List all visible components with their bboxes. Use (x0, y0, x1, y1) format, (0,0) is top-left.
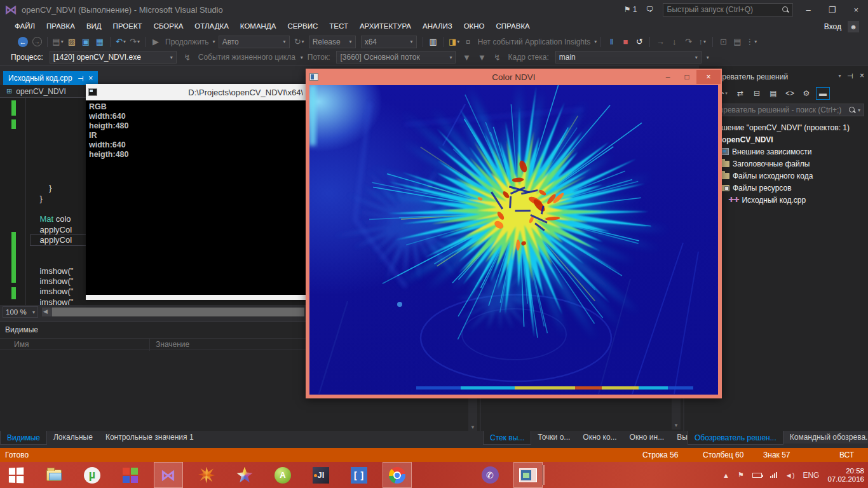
language-indicator[interactable]: ENG (803, 471, 819, 480)
console-bottom-scrollbar[interactable] (86, 295, 306, 300)
show-next-statement-icon[interactable]: → (654, 35, 667, 49)
thread-combo[interactable]: [3660] Основной поток▾ (336, 51, 456, 64)
new-file-icon[interactable]: ▤▾ (51, 35, 64, 49)
console-titlebar[interactable]: D:\Projects\openCV_NDVI\x64\ (86, 84, 306, 100)
taskbar-viber[interactable]: ✆ (475, 462, 505, 488)
scrollbar-thumb[interactable] (52, 308, 304, 316)
tab-source-file[interactable]: Исходный код.cpp ⊤ × (3, 71, 98, 85)
lifecycle-events-icon[interactable]: ↯ (181, 50, 194, 64)
taskbar-console-app[interactable] (513, 462, 543, 488)
taskbar-start-button[interactable] (1, 462, 31, 488)
menu-item-правка[interactable]: ПРАВКА (41, 19, 81, 34)
tab-видимые[interactable]: Видимые (0, 431, 47, 445)
stack-frame-combo[interactable]: main▾ (555, 51, 702, 64)
menu-item-архитектура[interactable]: АРХИТЕКТУРА (354, 19, 417, 34)
ndvi-window[interactable]: Color NDVI – □ × (306, 69, 722, 398)
debug-mode-combo[interactable]: Авто▾ (219, 36, 290, 48)
pin-icon[interactable]: ⊤ (76, 75, 85, 81)
filter-threads-icon[interactable]: ▼ (460, 50, 473, 64)
solution-search-input[interactable]: Обозреватель решений - поиск (Ctrl+;) ▾ (702, 104, 864, 116)
filter-flagged-icon[interactable]: ▼ (475, 50, 488, 64)
tree-item-cpp[interactable]: ✚✚Исходный код.cpp (699, 194, 868, 206)
ndvi-minimize-button[interactable]: – (658, 72, 677, 81)
pause-icon[interactable]: ‖ (605, 35, 618, 49)
tree-project-node[interactable]: openCV_NDVI (699, 133, 868, 146)
restore-button[interactable]: ❐ (824, 5, 841, 15)
tab-окно-ко-[interactable]: Окно ко... (576, 431, 623, 444)
console-window[interactable]: D:\Projects\openCV_NDVI\x64\ RGBwidth:64… (86, 84, 306, 300)
editor-zoom-combo[interactable]: 100 %▾ (3, 306, 38, 318)
taskbar-utorrent[interactable]: µ (78, 462, 107, 488)
ndvi-maximize-button[interactable]: □ (677, 72, 696, 81)
tray-expand-icon[interactable]: ▲ (722, 471, 729, 479)
volume-icon[interactable]: ◄) (785, 471, 795, 479)
tab-контрольные-значения-1[interactable]: Контрольные значения 1 (99, 431, 200, 444)
minimize-button[interactable]: – (802, 5, 815, 15)
close-button[interactable]: × (849, 5, 863, 15)
pin-icon[interactable]: ⊤ (846, 72, 855, 79)
continue-icon[interactable]: ▶ (149, 35, 162, 49)
taskbar-chrome[interactable] (383, 462, 412, 488)
breakpoints-icon[interactable]: ⊡ (717, 35, 729, 49)
tab-точки-о-[interactable]: Точки о... (531, 431, 576, 444)
step-over-icon[interactable]: ↷ (682, 35, 695, 49)
undo-icon[interactable]: ↶▾ (114, 35, 127, 49)
step-into-icon[interactable]: ↓ (668, 35, 681, 49)
tree-item-resfolder[interactable]: Файлы ресурсов (699, 182, 868, 194)
sync-with-active-document-icon[interactable]: ⇄ (733, 87, 747, 100)
redo-icon[interactable]: ↷▾ (128, 35, 141, 49)
process-combo[interactable]: [1420] openCV_NDVI.exe▾ (50, 51, 177, 64)
open-file-icon[interactable]: ▨ (65, 35, 78, 49)
stop-icon[interactable]: ■ (619, 35, 632, 49)
notifications-flag-icon[interactable]: ⚑ 1 (624, 5, 637, 14)
scroll-left-icon[interactable]: ◀ (43, 308, 48, 315)
toolbar-overflow-icon[interactable]: ▾ (707, 55, 709, 60)
tab-close-icon[interactable]: × (88, 74, 93, 83)
nav-back-icon[interactable]: ← (17, 35, 29, 49)
restart-icon[interactable]: ↺ (633, 35, 646, 49)
collapse-all-icon[interactable]: ⊟ (750, 87, 764, 100)
battery-icon[interactable] (752, 473, 762, 478)
step-out-icon[interactable]: ↑▾ (696, 35, 709, 49)
column-value[interactable]: Значение (156, 340, 189, 349)
clock[interactable]: 20:5807.02.2016 (827, 467, 864, 484)
ndvi-close-button[interactable]: × (696, 70, 721, 84)
insights-label[interactable]: Нет событий Application Insights (476, 37, 593, 46)
feedback-icon[interactable]: 🗨 (646, 5, 654, 14)
menu-item-тест[interactable]: ТЕСТ (323, 19, 354, 34)
platform-combo[interactable]: x64▾ (361, 36, 417, 48)
preview-selected-icon[interactable]: ▬ (816, 87, 830, 100)
taskbar-windows-colors[interactable] (116, 462, 145, 488)
suspend-threads-icon[interactable]: ↯ (491, 50, 503, 64)
editor-horizontal-scrollbar[interactable]: ◀ (42, 308, 304, 316)
menu-item-справка[interactable]: СПРАВКА (491, 19, 536, 34)
tab-стек-вы-[interactable]: Стек вы... (483, 431, 531, 445)
menu-item-отладка[interactable]: ОТЛАДКА (189, 19, 234, 34)
menu-item-окно[interactable]: ОКНО (458, 19, 491, 34)
menu-item-анализ[interactable]: АНАЛИЗ (417, 19, 458, 34)
menu-item-проект[interactable]: ПРОЕКТ (107, 19, 148, 34)
tree-solution-node[interactable]: Решение "openCV_NDVI" (проектов: 1) (699, 121, 868, 133)
insights-icon[interactable]: ◨▾ (448, 35, 461, 49)
tree-item-deps[interactable]: Внешние зависимости (699, 146, 868, 158)
show-all-files-icon[interactable]: ▤ (766, 87, 780, 100)
menu-item-вид[interactable]: ВИД (81, 19, 107, 34)
taskbar-android-studio[interactable]: A (268, 462, 297, 488)
view-code-icon[interactable]: <> (783, 87, 797, 100)
column-name[interactable]: Имя (14, 340, 29, 349)
user-avatar-icon[interactable]: ☻ (848, 21, 859, 32)
lifecycle-events-label[interactable]: События жизненного цикла (196, 53, 297, 62)
sign-in-link[interactable]: Вход (824, 22, 841, 31)
refresh-icon[interactable]: ↻▾ (293, 35, 306, 49)
tab-окно-ин-[interactable]: Окно ин... (623, 431, 671, 444)
taskbar-file-explorer[interactable] (39, 462, 69, 488)
panel-close-icon[interactable]: × (860, 71, 864, 80)
taskbar-intellij-idea[interactable]: JI (306, 462, 336, 488)
menu-item-сервис[interactable]: СЕРВИС (281, 19, 323, 34)
console-output[interactable]: RGBwidth:640heigth:480IRwidth:640heigth:… (86, 100, 306, 295)
tab-командный-обозрева-[interactable]: Командный обозрева... (783, 431, 868, 444)
menu-item-команда[interactable]: КОМАНДА (234, 19, 282, 34)
taskbar-brackets[interactable]: [ ] (344, 462, 374, 488)
tab-локальные[interactable]: Локальные (47, 431, 99, 444)
menu-item-сборка[interactable]: СБОРКА (148, 19, 189, 34)
